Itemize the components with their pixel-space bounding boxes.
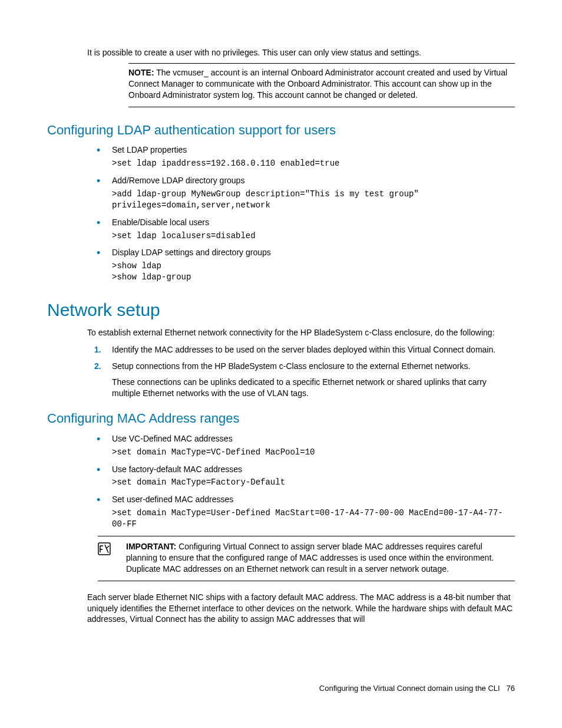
item-title: Use factory-default MAC addresses xyxy=(112,465,242,474)
important-text: Configuring Virtual Connect to assign se… xyxy=(126,542,494,574)
note-label: NOTE: xyxy=(128,68,154,77)
code-block: >set domain MacType=User-Defined MacStar… xyxy=(112,508,515,530)
document-page: It is possible to create a user with no … xyxy=(0,0,562,728)
network-intro: To establish external Ethernet network c… xyxy=(87,327,515,338)
step-text: Identify the MAC addresses to be used on… xyxy=(112,345,495,354)
item-title: Display LDAP settings and directory grou… xyxy=(112,248,271,257)
mac-bullet-list: Use VC-Defined MAC addresses >set domain… xyxy=(88,433,515,530)
important-box: IMPORTANT: Configuring Virtual Connect t… xyxy=(98,536,515,581)
code-block: >show ldap >show ldap-group xyxy=(112,261,515,283)
footer-page-number: 76 xyxy=(507,684,515,693)
list-item: Display LDAP settings and directory grou… xyxy=(88,247,515,283)
item-title: Enable/Disable local users xyxy=(112,218,209,227)
list-item: Use VC-Defined MAC addresses >set domain… xyxy=(88,433,515,458)
footer-text: Configuring the Virtual Connect domain u… xyxy=(319,684,500,693)
item-title: Set user-defined MAC addresses xyxy=(112,495,233,504)
code-block: >set domain MacType=VC-Defined MacPool=1… xyxy=(112,447,515,458)
note-box: NOTE: The vcmuser_ account is an interna… xyxy=(128,63,515,107)
step-subtext: These connections can be uplinks dedicat… xyxy=(112,377,515,399)
code-block: >set ldap localusers=disabled xyxy=(112,230,515,242)
heading-ldap: Configuring LDAP authentication support … xyxy=(47,121,515,139)
code-block: >add ldap-group MyNewGroup description="… xyxy=(112,189,515,211)
step-item: Setup connections from the HP BladeSyste… xyxy=(88,361,515,399)
step-text: Setup connections from the HP BladeSyste… xyxy=(112,361,470,371)
heading-network-setup: Network setup xyxy=(47,298,515,322)
item-title: Use VC-Defined MAC addresses xyxy=(112,434,233,443)
item-title: Set LDAP properties xyxy=(112,145,187,154)
code-block: >set ldap ipaddress=192.168.0.110 enable… xyxy=(112,158,515,169)
list-item: Enable/Disable local users >set ldap loc… xyxy=(88,217,515,242)
heading-mac: Configuring MAC Address ranges xyxy=(47,410,515,427)
list-item: Set LDAP properties >set ldap ipaddress=… xyxy=(88,144,515,169)
list-item: Use factory-default MAC addresses >set d… xyxy=(88,464,515,489)
important-label: IMPORTANT: xyxy=(126,542,176,551)
mac-closing-paragraph: Each server blade Ethernet NIC ships wit… xyxy=(87,592,515,625)
intro-paragraph: It is possible to create a user with no … xyxy=(87,47,515,58)
list-item: Add/Remove LDAP directory groups >add ld… xyxy=(88,175,515,211)
step-item: Identify the MAC addresses to be used on… xyxy=(88,344,515,355)
page-footer: Configuring the Virtual Connect domain u… xyxy=(319,683,515,694)
note-text: The vcmuser_ account is an internal Onbo… xyxy=(128,68,507,100)
important-icon xyxy=(98,542,111,558)
important-text-wrap: IMPORTANT: Configuring Virtual Connect t… xyxy=(126,541,515,575)
list-item: Set user-defined MAC addresses >set doma… xyxy=(88,494,515,530)
ldap-bullet-list: Set LDAP properties >set ldap ipaddress=… xyxy=(88,144,515,283)
network-steps: Identify the MAC addresses to be used on… xyxy=(88,344,515,400)
code-block: >set domain MacType=Factory-Default xyxy=(112,477,515,488)
item-title: Add/Remove LDAP directory groups xyxy=(112,176,244,185)
